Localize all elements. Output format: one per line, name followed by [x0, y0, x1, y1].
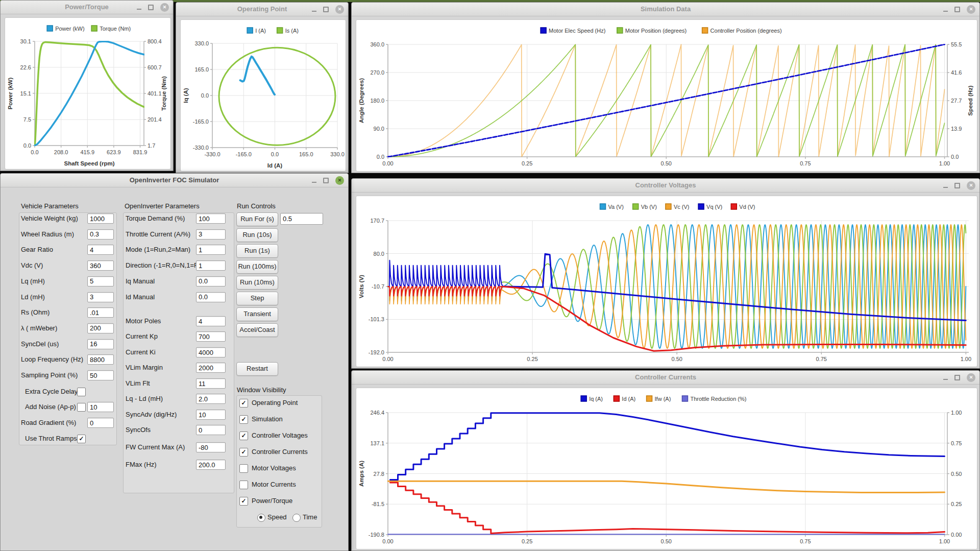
close-icon[interactable]: ✕ — [967, 181, 975, 190]
svg-text:Motor Elec Speed (Hz): Motor Elec Speed (Hz) — [549, 28, 605, 34]
visibility-operating-point-checkbox[interactable]: ✓ — [239, 399, 248, 408]
restart-button[interactable]: Restart — [236, 362, 278, 376]
minimize-icon[interactable] — [943, 7, 948, 12]
oi-fw-current-max-a-input[interactable] — [196, 442, 226, 452]
vehicle-add-noise-ap-p-checkbox[interactable] — [77, 403, 86, 412]
oi-lq-ld-mh-input[interactable] — [196, 394, 226, 404]
titlebar[interactable]: Controller Voltages ✕ — [352, 179, 979, 193]
restore-icon[interactable] — [954, 7, 960, 12]
oi-torque-demand-input[interactable] — [196, 213, 226, 224]
speed-radio[interactable] — [257, 514, 265, 522]
oi-motor-poles-input[interactable] — [196, 316, 226, 326]
titlebar[interactable]: Power/Torque ✕ — [1, 1, 173, 14]
vehicle-extra-cycle-delay-checkbox[interactable] — [77, 388, 86, 396]
vehicle-wheel-radius-m-label: Wheel Radius (m) — [21, 229, 74, 240]
run-10s-button[interactable]: Run (10s) — [236, 228, 278, 242]
svg-text:30.1: 30.1 — [20, 38, 31, 44]
visibility-motor-currents-checkbox[interactable] — [239, 481, 248, 489]
svg-text:330.0: 330.0 — [194, 40, 209, 46]
window-main-simulator: OpenInverter FOC Simulator ✕ Vehicle Par… — [0, 173, 349, 551]
minimize-icon[interactable] — [137, 5, 141, 10]
vehicle-loop-frequency-hz-input[interactable] — [87, 354, 114, 365]
minimize-icon[interactable] — [312, 7, 316, 12]
oi-vlim-flt-input[interactable] — [196, 378, 226, 389]
titlebar[interactable]: OpenInverter FOC Simulator ✕ — [1, 174, 348, 187]
svg-text:Vd (V): Vd (V) — [739, 204, 755, 210]
svg-text:246.4: 246.4 — [370, 410, 384, 416]
run-1s-button[interactable]: Run (1s) — [236, 244, 278, 258]
titlebar[interactable]: Operating Point ✕ — [176, 3, 348, 16]
vehicle-rs-ohm-input[interactable] — [87, 307, 114, 318]
close-icon[interactable]: ✕ — [335, 5, 344, 14]
visibility-power-torque-label: Power/Torque — [252, 495, 292, 507]
visibility-power-torque-checkbox[interactable]: ✓ — [239, 497, 248, 506]
vehicle-mweber-input[interactable] — [87, 323, 114, 333]
svg-text:0.25: 0.25 — [522, 538, 532, 544]
visibility-simulation-checkbox[interactable]: ✓ — [239, 415, 248, 424]
close-icon[interactable]: ✕ — [335, 176, 344, 185]
oi-syncofs-input[interactable] — [196, 425, 226, 435]
svg-text:0.75: 0.75 — [816, 356, 827, 362]
vehicle-ld-mh-input[interactable] — [87, 292, 114, 302]
vehicle-syncdel-us-input[interactable] — [87, 339, 114, 349]
visibility-operating-point-row: ✓Operating Point — [237, 397, 319, 409]
vehicle-use-throt-ramps-checkbox[interactable]: ✓ — [77, 435, 86, 443]
titlebar[interactable]: Simulation Data ✕ — [352, 3, 979, 16]
operating-point-chart: 330.0165.00.0-165.0-330.0-330.0-165.00.0… — [180, 19, 346, 172]
oi-iq-manual-input[interactable] — [196, 276, 226, 286]
oi-syncadv-dig-hz-input[interactable] — [196, 410, 226, 420]
oi-syncofs-label: SyncOfs — [126, 424, 151, 436]
oi-id-manual-input[interactable] — [196, 292, 226, 302]
visibility-controller-currents-row: ✓Controller Currents — [237, 446, 319, 458]
oi-fmax-hz-input[interactable] — [196, 460, 226, 470]
accel-coast-button[interactable]: Accel/Coast — [236, 323, 278, 337]
vehicle-road-gradient-input[interactable] — [87, 418, 114, 428]
svg-text:623.9: 623.9 — [107, 149, 121, 155]
restore-icon[interactable] — [323, 178, 329, 183]
restore-icon[interactable] — [323, 7, 329, 12]
oi-mode-1-run-2-man-input[interactable] — [196, 245, 226, 255]
vehicle-lq-mh-input[interactable] — [87, 276, 114, 286]
vehicle-wheel-radius-m-input[interactable] — [87, 229, 114, 239]
restore-icon[interactable] — [954, 183, 960, 188]
transient-button[interactable]: Transient — [236, 307, 278, 321]
restore-icon[interactable] — [954, 375, 960, 380]
svg-text:-10.7: -10.7 — [372, 283, 384, 290]
minimize-icon[interactable] — [943, 183, 948, 188]
window-controller-currents: Controller Currents ✕ 246.4137.127.8-81.… — [351, 370, 980, 551]
oi-vlim-margin-input[interactable] — [196, 363, 226, 373]
vehicle-gear-ratio-input[interactable] — [87, 245, 114, 255]
close-icon[interactable]: ✕ — [967, 5, 975, 14]
titlebar[interactable]: Controller Currents ✕ — [352, 371, 979, 385]
vehicle-lq-mh-label: Lq (mH) — [21, 276, 45, 287]
minimize-icon[interactable] — [312, 178, 316, 183]
visibility-power-torque-row: ✓Power/Torque — [237, 495, 319, 507]
step-button[interactable]: Step — [236, 292, 278, 305]
run-100ms-button[interactable]: Run (100ms) — [236, 260, 278, 274]
run-for-seconds-input[interactable] — [280, 213, 323, 225]
time-radio[interactable] — [292, 514, 301, 522]
speed-radio-label: Speed — [267, 512, 287, 523]
oi-current-ki-input[interactable] — [196, 347, 226, 357]
svg-text:Power (kW): Power (kW) — [7, 78, 13, 110]
vehicle-vdc-v-input[interactable] — [87, 260, 114, 271]
vehicle-sampling-point-input[interactable] — [87, 370, 114, 380]
oi-direction-1-r-0-n-1-f-input[interactable] — [196, 260, 226, 271]
close-icon[interactable]: ✕ — [967, 373, 975, 382]
minimize-icon[interactable] — [943, 375, 948, 380]
run-for-button[interactable]: Run For (s) — [236, 212, 278, 226]
svg-text:Amps (A): Amps (A) — [358, 461, 364, 487]
svg-text:27.8: 27.8 — [374, 471, 384, 477]
visibility-controller-voltages-checkbox[interactable]: ✓ — [239, 432, 248, 440]
vehicle-vehicle-weight-kg-input[interactable] — [87, 213, 114, 224]
restore-icon[interactable] — [148, 5, 154, 10]
oi-throttle-current-a-input[interactable] — [196, 229, 226, 239]
svg-text:41.6: 41.6 — [951, 69, 962, 76]
run-10ms-button[interactable]: Run (10ms) — [236, 276, 278, 290]
oi-id-manual-label: Id Manual — [126, 292, 155, 303]
close-icon[interactable]: ✕ — [160, 3, 169, 12]
visibility-controller-currents-checkbox[interactable]: ✓ — [239, 448, 248, 457]
oi-current-kp-input[interactable] — [196, 331, 226, 342]
vehicle-add-noise-ap-p-input[interactable] — [87, 402, 114, 412]
visibility-motor-voltages-checkbox[interactable] — [239, 464, 248, 473]
